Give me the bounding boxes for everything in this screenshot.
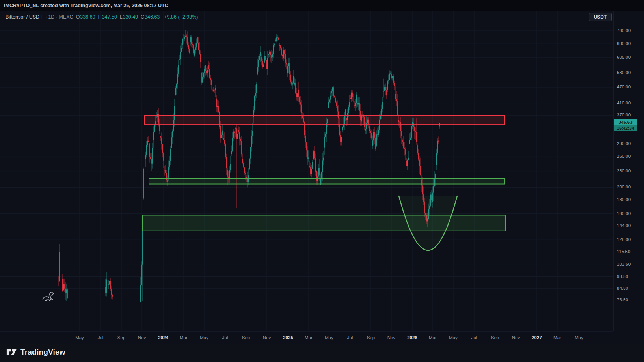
- time-axis-label: Mar: [180, 335, 188, 340]
- price-axis[interactable]: 346.63 15:42:34 760.00680.00605.00530.00…: [613, 11, 644, 331]
- currency-toggle-button[interactable]: USDT: [589, 13, 612, 21]
- ohlc-label: L: [120, 14, 123, 20]
- watermark-bar: IMCRYPTO_NL created with TradingView.com…: [0, 0, 644, 11]
- tradingview-logo-icon: [6, 347, 17, 357]
- price-axis-label: 115.50: [617, 249, 630, 254]
- time-axis-label: 2027: [532, 335, 542, 340]
- bottom-bar: TradingView: [0, 344, 644, 362]
- time-axis-label: Jul: [222, 335, 228, 340]
- symbol-meta: · 1D · MEXC: [45, 14, 73, 20]
- time-axis-label: Nov: [387, 335, 395, 340]
- ohlc-label: O: [76, 14, 80, 20]
- cup-arc: [399, 196, 457, 250]
- ohlc-label: C: [141, 14, 144, 20]
- time-axis-label: May: [75, 335, 84, 340]
- price-axis-label: 200.00: [617, 185, 631, 189]
- time-axis[interactable]: MayJulSepNov2024MarMayJulSepNov2025MarMa…: [0, 331, 613, 344]
- price-axis-label: 230.00: [617, 168, 631, 173]
- gridlines: [0, 11, 613, 331]
- time-axis-label: 2025: [283, 335, 293, 340]
- time-axis-label: Sep: [117, 335, 125, 340]
- price-axis-label: 76.50: [617, 297, 628, 302]
- price-axis-label: 180.00: [617, 197, 631, 202]
- time-axis-label: Sep: [367, 335, 375, 340]
- time-axis-label: Mar: [553, 335, 561, 340]
- price-axis-label: 260.00: [617, 154, 631, 159]
- ohlc-high: H347.50: [98, 14, 117, 20]
- tradingview-logo[interactable]: TradingView: [6, 347, 65, 357]
- price-axis-label: 84.50: [617, 286, 628, 291]
- price-axis-label: 530.00: [617, 70, 631, 75]
- last-price-badge: 346.63 15:42:34: [614, 119, 637, 131]
- price-axis-label: 93.50: [617, 274, 628, 279]
- price-axis-label: 680.00: [617, 41, 631, 46]
- time-axis-label: Jul: [98, 335, 104, 340]
- time-axis-label: Nov: [512, 335, 520, 340]
- time-axis-label: May: [575, 335, 583, 340]
- ohlc-low: L330.49: [120, 14, 138, 20]
- watermark-text: IMCRYPTO_NL created with TradingView.com…: [4, 3, 168, 8]
- symbol-title[interactable]: Bittensor / USDT: [6, 14, 43, 20]
- price-axis-label: 128.00: [617, 237, 631, 242]
- ohlc-label: H: [98, 14, 102, 20]
- time-axis-label: May: [325, 335, 333, 340]
- price-axis-label: 760.00: [617, 28, 631, 33]
- price-axis-label: 103.50: [617, 262, 631, 267]
- time-axis-label: May: [449, 335, 458, 340]
- candlestick-chart[interactable]: [0, 0, 644, 362]
- time-axis-label: May: [200, 335, 208, 340]
- price-axis-label: 410.00: [617, 101, 631, 105]
- price-axis-label: 470.00: [617, 84, 631, 89]
- tradingview-wordmark: TradingView: [20, 348, 65, 356]
- time-axis-label: Sep: [491, 335, 499, 340]
- ohlc-value: 347.50: [102, 14, 117, 20]
- ohlc-close: C346.63: [141, 14, 160, 20]
- time-axis-label: Sep: [242, 335, 250, 340]
- price-axis-label: 160.00: [617, 211, 631, 216]
- price-axis-label: 605.00: [617, 55, 631, 60]
- ohlc-value: 346.63: [145, 14, 160, 20]
- last-price: 346.63: [614, 119, 637, 125]
- time-axis-label: 2024: [158, 335, 168, 340]
- bar-countdown: 15:42:34: [614, 125, 637, 131]
- price-change: +9.86 (+2.93%): [164, 14, 198, 20]
- price-axis-label: 370.00: [617, 112, 631, 117]
- time-axis-label: Nov: [138, 335, 146, 340]
- time-axis-label: Nov: [263, 335, 271, 340]
- chart-legend: Bittensor / USDT · 1D · MEXC O336.69 H34…: [6, 14, 198, 20]
- time-axis-label: Mar: [305, 335, 313, 340]
- dino-icon: [41, 290, 54, 302]
- price-axis-label: 144.00: [617, 223, 631, 228]
- price-axis-label: 290.00: [617, 141, 631, 146]
- time-axis-label: 2026: [407, 335, 417, 340]
- ohlc-open: O336.69: [76, 14, 95, 20]
- time-axis-label: Jul: [471, 335, 477, 340]
- tradingview-chart-page: IMCRYPTO_NL created with TradingView.com…: [0, 0, 644, 362]
- candles: [58, 30, 440, 302]
- time-axis-label: Mar: [429, 335, 437, 340]
- ohlc-value: 330.49: [123, 14, 138, 20]
- time-axis-label: Jul: [347, 335, 353, 340]
- ohlc-value: 336.69: [80, 14, 95, 20]
